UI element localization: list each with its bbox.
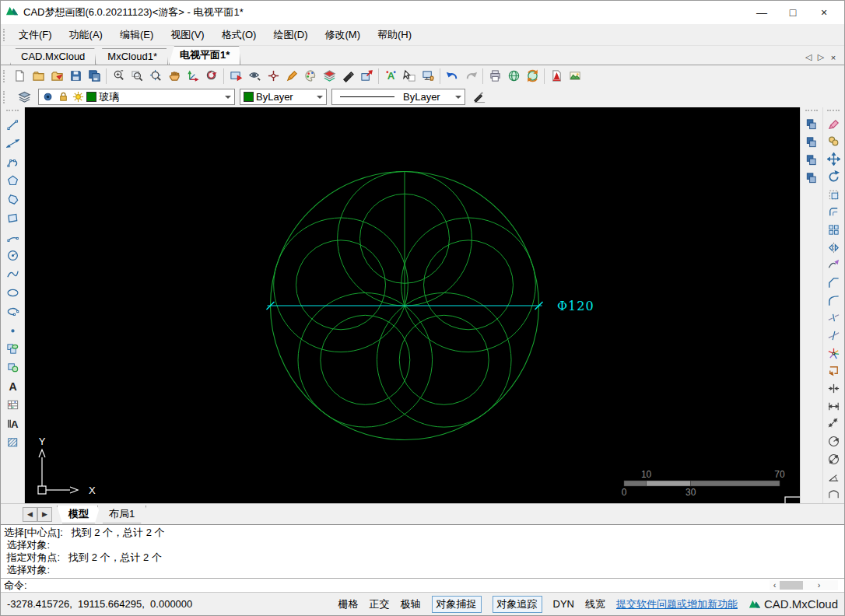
drawing-canvas[interactable]: Φ120YX0103070 bbox=[25, 107, 800, 503]
status-toggle-5[interactable]: DYN bbox=[553, 598, 574, 610]
rectangle-tool[interactable] bbox=[3, 208, 22, 227]
text-style-button[interactable]: A bbox=[381, 67, 400, 86]
draw-order-brush-button[interactable] bbox=[470, 88, 489, 107]
layer-combo[interactable]: 玻璃 bbox=[38, 89, 235, 105]
dim-diameter-button[interactable] bbox=[824, 450, 843, 468]
color-combo[interactable]: ByLayer bbox=[240, 89, 327, 105]
status-toggle-4[interactable]: 对象追踪 bbox=[493, 596, 542, 613]
command-scrollbar[interactable]: ‹› bbox=[770, 580, 838, 590]
menu-item-4[interactable]: 格式(O) bbox=[213, 25, 265, 45]
options-button[interactable] bbox=[419, 67, 437, 86]
menu-item-0[interactable]: 文件(F) bbox=[10, 25, 61, 45]
block-tool[interactable] bbox=[3, 358, 22, 376]
petal-circle[interactable] bbox=[401, 218, 536, 352]
petal-circle[interactable] bbox=[321, 315, 410, 404]
petal-circle[interactable] bbox=[377, 293, 511, 428]
command-window[interactable]: 选择[中心点]: 找到 2 个，总计 2 个 选择对象: 指定对角点: 找到 2… bbox=[1, 524, 844, 592]
command-prompt[interactable]: 命令: bbox=[1, 578, 844, 592]
open-button[interactable] bbox=[29, 67, 47, 86]
menu-item-1[interactable]: 功能(A) bbox=[61, 25, 111, 45]
revcloud-button[interactable] bbox=[824, 362, 843, 380]
web-sync-button[interactable] bbox=[523, 67, 542, 86]
minimize-button[interactable]: — bbox=[746, 2, 777, 23]
line-tool[interactable] bbox=[3, 115, 22, 134]
undo-button[interactable] bbox=[443, 67, 461, 86]
save-all-button[interactable] bbox=[85, 67, 103, 86]
paste-clip-button[interactable] bbox=[802, 151, 821, 169]
pdf-export-button[interactable] bbox=[547, 67, 566, 86]
layout-tab-1[interactable]: 布局1 bbox=[97, 506, 146, 523]
petal-circle[interactable] bbox=[298, 293, 433, 428]
array-button[interactable] bbox=[824, 221, 843, 239]
status-toggle-6[interactable]: 线宽 bbox=[585, 597, 605, 611]
layer-manager-button[interactable] bbox=[15, 88, 33, 107]
zoom-dynamic-button[interactable] bbox=[109, 67, 128, 86]
aerial-view-button[interactable] bbox=[245, 67, 264, 86]
break-button[interactable] bbox=[824, 310, 843, 327]
menu-item-3[interactable]: 视图(V) bbox=[162, 25, 212, 45]
next-layout-button[interactable]: ▶ bbox=[37, 507, 52, 522]
canvas-resize-grip[interactable] bbox=[785, 497, 800, 503]
feedback-link[interactable]: 提交软件问题或增加新功能 bbox=[616, 597, 738, 611]
prev-layout-button[interactable]: ◀ bbox=[23, 507, 37, 522]
layer-colors-button[interactable] bbox=[320, 67, 338, 86]
group-tool[interactable] bbox=[3, 339, 22, 358]
mirror-button[interactable] bbox=[824, 239, 843, 257]
petal-circle[interactable] bbox=[274, 218, 408, 352]
petal-circle[interactable] bbox=[424, 240, 514, 330]
move-button[interactable] bbox=[824, 150, 843, 168]
new-button[interactable] bbox=[10, 67, 29, 86]
fillet-button[interactable] bbox=[824, 274, 843, 292]
tab-scroll-right-button[interactable]: ▷ bbox=[815, 52, 827, 62]
rotate-button[interactable] bbox=[824, 168, 843, 186]
polyline-tool[interactable] bbox=[3, 152, 22, 171]
dim-radius-button[interactable] bbox=[824, 432, 843, 450]
copy-base-button[interactable] bbox=[802, 133, 821, 151]
pan-button[interactable] bbox=[165, 67, 184, 86]
dim-arc-button[interactable] bbox=[824, 485, 843, 503]
maximize-button[interactable]: □ bbox=[777, 2, 808, 23]
dim-angular-button[interactable] bbox=[824, 468, 843, 486]
point-tool[interactable] bbox=[3, 320, 22, 339]
linetype-combo[interactable]: ByLayer bbox=[331, 89, 465, 105]
tab-close-button[interactable]: × bbox=[827, 53, 840, 62]
circle-tool[interactable] bbox=[3, 246, 22, 264]
menu-item-2[interactable]: 编辑(E) bbox=[111, 25, 162, 45]
polygon-tool[interactable] bbox=[3, 171, 22, 190]
chamfer-button[interactable] bbox=[824, 292, 843, 310]
document-tab-1[interactable]: MxCloud1* bbox=[96, 48, 168, 65]
petal-circle[interactable] bbox=[399, 315, 489, 404]
menu-item-5[interactable]: 绘图(D) bbox=[265, 25, 316, 45]
match-properties-button[interactable] bbox=[824, 256, 843, 274]
zoom-extents-button[interactable] bbox=[146, 67, 165, 86]
zoom-window-button[interactable] bbox=[128, 67, 146, 86]
menu-item-6[interactable]: 修改(M) bbox=[316, 25, 369, 45]
document-tab-0[interactable]: CAD.MxCloud bbox=[10, 48, 96, 65]
join-button[interactable] bbox=[824, 380, 843, 397]
layout-tab-0[interactable]: 模型 bbox=[57, 506, 100, 523]
petal-circle[interactable] bbox=[296, 240, 386, 330]
offset-button[interactable] bbox=[824, 203, 843, 221]
paste-block-button[interactable] bbox=[802, 169, 821, 187]
zoom-previous-button[interactable] bbox=[202, 67, 221, 86]
status-toggle-1[interactable]: 正交 bbox=[370, 597, 390, 611]
lineweight-button[interactable] bbox=[338, 67, 357, 86]
text-tool[interactable]: A bbox=[3, 376, 22, 395]
open-cloud-button[interactable] bbox=[47, 67, 66, 86]
arc-tool[interactable] bbox=[3, 227, 22, 246]
ucs-button[interactable] bbox=[184, 67, 202, 86]
image-export-button[interactable] bbox=[566, 67, 584, 86]
status-toggle-3[interactable]: 对象捕捉 bbox=[432, 596, 482, 613]
model-space[interactable]: Φ120YX0103070 bbox=[25, 107, 800, 503]
copy-clip-button[interactable] bbox=[802, 115, 821, 133]
dim-aligned-button[interactable] bbox=[824, 415, 843, 433]
quick-select-button[interactable] bbox=[400, 67, 419, 86]
redo-button[interactable] bbox=[461, 67, 480, 86]
color-palette-button[interactable] bbox=[301, 67, 320, 86]
window-export-button[interactable] bbox=[357, 67, 376, 86]
ellipse-arc-tool[interactable] bbox=[3, 302, 22, 320]
copy-button[interactable] bbox=[824, 133, 843, 151]
menu-item-7[interactable]: 帮助(H) bbox=[369, 25, 420, 45]
cmd-scroll-right-button[interactable]: › bbox=[814, 580, 824, 590]
freeform-polygon-tool[interactable] bbox=[3, 190, 22, 208]
